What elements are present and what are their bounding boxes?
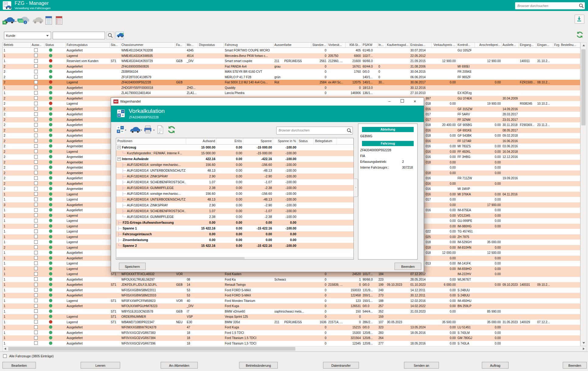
- scroll-right-icon[interactable]: [583, 348, 585, 350]
- row-checkbox[interactable]: [34, 288, 38, 292]
- col-sta[interactable]: Sta...: [110, 43, 120, 47]
- dialog-search-input[interactable]: [278, 127, 347, 133]
- table-row[interactable]: 1AusgeliefertWME4513341K7632084345Smart …: [3, 48, 580, 53]
- row-checkbox[interactable]: [34, 160, 38, 164]
- row-checkbox[interactable]: [34, 117, 38, 121]
- table-row[interactable]: 2AusgeliefertZFA1690000560826Fiat PANDA …: [3, 64, 580, 69]
- row-checkbox[interactable]: [34, 341, 38, 345]
- table-row[interactable]: 1AusgeliefertWF0WXXGBBW7R2437847Ford Kug…: [3, 325, 580, 330]
- row-checkbox[interactable]: [34, 240, 38, 244]
- save-button[interactable]: Speichern: [119, 263, 146, 270]
- horizontal-scrollbar-thumb[interactable]: [8, 347, 295, 351]
- row-checkbox[interactable]: [34, 256, 38, 260]
- maximize-icon[interactable]: [397, 98, 407, 106]
- table-row[interactable]: 1AusgeliefertWF0VXXGCEVGR6739618Ford Tit…: [3, 341, 580, 346]
- footer-button-auftrag[interactable]: Auftrag: [482, 362, 509, 369]
- table-row[interactable]: 1AusgeliefertWF0SXXGBWSBM2203353Ford FOR…: [3, 293, 580, 298]
- col-farbe[interactable]: Aussenfarbe: [273, 43, 311, 47]
- minimize-icon[interactable]: –: [384, 98, 395, 106]
- row-checkbox[interactable]: [34, 299, 38, 302]
- search-icon[interactable]: [579, 3, 584, 9]
- report-list-red-icon[interactable]: [55, 15, 68, 27]
- footer-button-an-abmelden[interactable]: An-/Abmelden: [161, 362, 198, 369]
- scroll-down-icon[interactable]: [583, 342, 585, 344]
- row-checkbox[interactable]: [34, 54, 38, 57]
- col-bd[interactable]: Belegdatum: [314, 138, 336, 144]
- row-checkbox[interactable]: [34, 219, 38, 222]
- vehicle-disabled-icon[interactable]: [31, 15, 44, 27]
- table-row[interactable]: 1AusgeliefertWF0SXXGBWSBM2201153Ford FOR…: [3, 288, 580, 293]
- col-a[interactable]: Aufwand: [186, 138, 217, 144]
- col-ez[interactable]: Erstzulas...: [409, 43, 432, 47]
- row-checkbox[interactable]: [34, 304, 38, 308]
- col-inb[interactable]: In...: [378, 43, 386, 47]
- row-checkbox[interactable]: [34, 171, 38, 174]
- row-checkbox[interactable]: [34, 272, 38, 276]
- tree-collapse-icon[interactable]: [117, 146, 121, 149]
- row-checkbox[interactable]: [34, 325, 38, 329]
- global-search-input[interactable]: [517, 3, 579, 9]
- import-download-icon[interactable]: [575, 15, 584, 24]
- col-fzg[interactable]: Fahrzeug: [224, 43, 273, 47]
- row-checkbox[interactable]: [34, 293, 38, 297]
- row-checkbox[interactable]: [34, 176, 38, 180]
- calculation-row[interactable]: ├─Fahrzeugeintausch0.000.000.000.00: [116, 231, 353, 237]
- col-km[interactable]: KM-St...: [346, 43, 362, 47]
- table-row[interactable]: 1Reserviert vom KundenST1WME4533441K0597…: [3, 58, 580, 64]
- row-checkbox[interactable]: [34, 198, 38, 201]
- row-checkbox[interactable]: [34, 107, 38, 110]
- calculation-row[interactable]: └─Spanne 215 422.160.00-15 422.16-100.00: [116, 243, 353, 249]
- table-row[interactable]: 2LagerndZFA3340000P552228GEBFiat 500X 2,…: [3, 80, 580, 85]
- row-checkbox[interactable]: [34, 139, 38, 142]
- footer-button-datentransfer[interactable]: Datentransfer: [323, 362, 359, 369]
- calculation-row[interactable]: ├─AUF/18240314: UNTERBODENSCHUTZ48.130.0…: [116, 168, 353, 173]
- footer-button-bearbeiten[interactable]: Bearbeiten: [2, 362, 36, 369]
- row-checkbox[interactable]: [34, 48, 38, 52]
- scroll-left-icon[interactable]: [4, 348, 6, 350]
- col-bn[interactable]: Fzg. Bestellnu...: [553, 43, 581, 47]
- row-checkbox[interactable]: [34, 86, 38, 89]
- row-checkbox[interactable]: [34, 315, 38, 318]
- row-checkbox[interactable]: [34, 192, 38, 196]
- horizontal-scrollbar[interactable]: [2, 346, 586, 352]
- dialog-search[interactable]: [276, 127, 353, 135]
- row-checkbox[interactable]: [34, 181, 38, 185]
- row-checkbox[interactable]: [34, 245, 38, 249]
- col-st[interactable]: Status: [44, 43, 66, 47]
- dialog-titlebar[interactable]: MD Wagenhandel – ×: [111, 98, 424, 106]
- all-vehicles-checkbox[interactable]: [3, 354, 7, 358]
- col-al[interactable]: Ausliefe...: [502, 43, 519, 47]
- tree-collapse-icon[interactable]: [117, 157, 121, 161]
- vehicle-icon[interactable]: ▾: [129, 124, 140, 135]
- table-row[interactable]: 1AusgeliefertWF0VXXGCEVGR6738318Ford 1,5…: [3, 330, 580, 336]
- col-eg2[interactable]: Eingan...: [536, 43, 553, 47]
- calculation-row[interactable]: ├─FZG-Ertrags-/Aufwandserfassung0.000.00…: [116, 220, 353, 226]
- calculation-row[interactable]: ├─AUF/18240314: sonstige mechanisc...156…: [116, 191, 353, 197]
- row-checkbox[interactable]: [34, 70, 38, 73]
- row-checkbox[interactable]: [34, 267, 38, 270]
- calculation-row[interactable]: ├─AUF/18240314: SCHEIBENFROSTSCH...1.070…: [116, 208, 353, 214]
- row-checkbox[interactable]: [34, 128, 38, 132]
- filter-search-button[interactable]: [106, 32, 114, 39]
- row-checkbox[interactable]: [34, 229, 38, 233]
- col-x[interactable]: [336, 138, 353, 144]
- filter-text-input[interactable]: [53, 32, 105, 39]
- col-p[interactable]: Spanne in %: [273, 138, 297, 144]
- footer-button-leeren[interactable]: Leeren: [81, 362, 120, 369]
- footer-button-senden-an[interactable]: Senden an: [404, 362, 439, 369]
- calculation-row[interactable]: Interne Aufwände422.160.00-422.16-100.00: [116, 156, 353, 162]
- row-checkbox[interactable]: [34, 283, 38, 286]
- col-e[interactable]: Erlös: [217, 138, 243, 144]
- col-an[interactable]: Anschreibprei...: [475, 43, 502, 47]
- calculation-row[interactable]: └─AUF/18240314: GUMMIPFLEGE2.380.00-2.38…: [116, 214, 353, 220]
- row-checkbox[interactable]: [34, 261, 38, 265]
- table-row[interactable]: 1AusgeliefertWFOUXXLTRUEL5629708Ford KaS…: [3, 277, 580, 282]
- footer-button-betriebs-nderung[interactable]: Betriebsänderung: [239, 362, 278, 369]
- table-row[interactable]: 1LagerndST1WF0FXXWPCFFM59923VOR40Ford Mo…: [3, 298, 580, 304]
- calculation-row[interactable]: Fahrzeug15 000.000.00-15 000.00-100.00: [116, 145, 353, 150]
- calculation-row[interactable]: ├─AUF/18240314: SCHEIBENFROSTSCH...1.070…: [116, 179, 353, 185]
- vertical-scrollbar-thumb[interactable]: [581, 49, 586, 125]
- calculation-row[interactable]: └─Kurzfahrgestellnr.: FEIWAF, Interne F.…: [116, 150, 353, 156]
- table-row[interactable]: 1AusgeliefertWF0VXXGCEVGR6738418Ford Tit…: [3, 335, 580, 341]
- table-row[interactable]: 1AusgeliefertZLA17900013401464ZLA1...Lan…: [3, 90, 580, 96]
